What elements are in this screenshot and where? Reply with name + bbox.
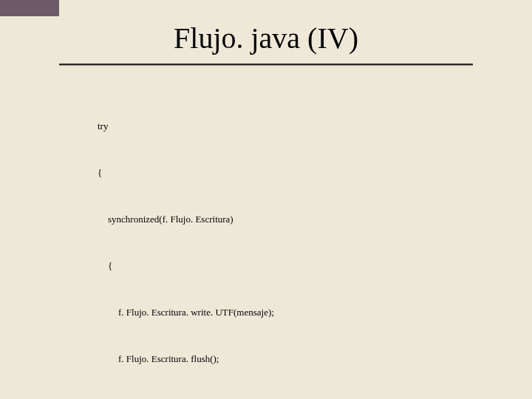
- title-underline: [59, 64, 473, 66]
- code-line: try: [77, 118, 274, 134]
- code-line: f. Flujo. Escritura. write. UTF(mensaje)…: [77, 304, 274, 320]
- code-line: synchronized(f. Flujo. Escritura): [77, 211, 274, 227]
- code-line: f. Flujo. Escritura. flush();: [77, 351, 274, 366]
- code-line: {: [77, 165, 274, 180]
- code-block: try { synchronized(f. Flujo. Escritura) …: [77, 87, 274, 399]
- code-line: {: [77, 258, 274, 273]
- slide: Flujo. java (IV) try { synchronized(f. F…: [0, 0, 532, 399]
- slide-title: Flujo. java (IV): [0, 21, 532, 55]
- corner-accent: [0, 0, 59, 16]
